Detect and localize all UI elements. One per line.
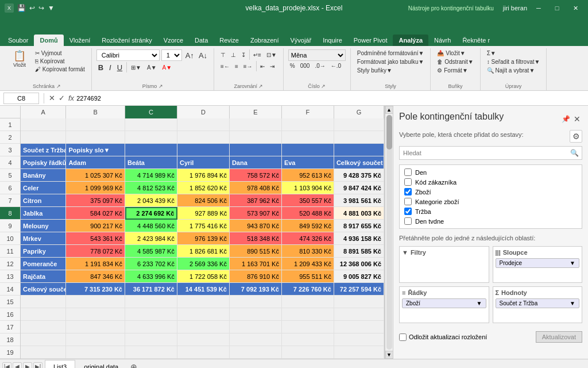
cell-g8[interactable]: 4 881 003 Kč [334, 207, 384, 220]
cell-d12[interactable]: 2 569 336 Kč [177, 258, 230, 270]
thousands-btn[interactable]: 000 [299, 62, 312, 70]
cell-f6[interactable]: 1 103 904 Kč [282, 182, 334, 194]
row-num-7[interactable]: 7 [0, 194, 20, 207]
cell-g12[interactable]: 12 368 006 Kč [334, 258, 384, 270]
row-num-1[interactable]: 1 [0, 118, 20, 131]
cell-g2[interactable] [334, 131, 384, 144]
vscroll-thumb[interactable] [386, 115, 392, 150]
sheet-scroll-prev-btn[interactable]: ◀ [13, 362, 22, 369]
fill-color-btn[interactable]: A▼ [145, 64, 158, 71]
font-size-select[interactable]: 11 [161, 49, 182, 61]
cell-b14[interactable]: 7 315 230 Kč [66, 283, 125, 296]
indent-decrease-btn[interactable]: ⇤ [258, 61, 266, 71]
number-format-select[interactable]: Měna [288, 49, 346, 61]
cell-c2[interactable] [125, 131, 177, 144]
cell-f7[interactable]: 350 557 Kč [282, 194, 334, 207]
cell-e12[interactable]: 1 163 701 Kč [230, 258, 282, 270]
cell-e4[interactable]: Dana [230, 156, 282, 169]
tab-inquire[interactable]: Inquire [317, 34, 348, 46]
pivot-pin-btn[interactable]: 📌 [560, 114, 571, 124]
cell-b4[interactable]: Adam [66, 156, 125, 169]
pivot-field-trzba[interactable]: Tržba [402, 206, 579, 216]
cell-c4[interactable]: Beáta [125, 156, 177, 169]
tab-revize[interactable]: Revize [214, 34, 245, 46]
quick-undo-btn[interactable]: ↩ [29, 4, 35, 12]
tab-navrh[interactable]: Návrh [428, 34, 457, 46]
cell-c7[interactable]: 2 043 439 Kč [125, 194, 177, 207]
cell-a6[interactable]: Celer [21, 182, 66, 194]
format-cells-btn[interactable]: ⚙ Formát▼ [435, 67, 469, 74]
pivot-field-den-tvdne[interactable]: Den tvdne [402, 216, 579, 226]
cell-f2[interactable] [282, 131, 334, 144]
pivot-field-zbozi-checkbox[interactable] [404, 188, 412, 195]
cell-b8[interactable]: 584 027 Kč [66, 207, 125, 220]
cell-a5[interactable]: Banány [21, 169, 66, 182]
col-header-f[interactable]: F [282, 106, 334, 118]
vscroll-track[interactable] [386, 115, 392, 350]
scroll-down-btn[interactable]: ▼ [385, 351, 393, 359]
col-header-e[interactable]: E [230, 106, 282, 118]
align-bottom-btn[interactable]: ↧ [239, 49, 247, 60]
cell-b1[interactable] [66, 118, 125, 131]
pivot-rows-zbozi[interactable]: Zboží ▼ [402, 298, 486, 308]
row-num-4[interactable]: 4 [0, 156, 20, 169]
cell-e9[interactable]: 943 870 Kč [230, 220, 282, 232]
cell-f1[interactable] [282, 118, 334, 131]
italic-btn[interactable]: I [107, 63, 113, 72]
quick-redo-btn[interactable]: ↪ [38, 4, 44, 12]
cell-c10[interactable]: 2 423 984 Kč [125, 232, 177, 245]
cell-f10[interactable]: 474 326 Kč [282, 232, 334, 245]
pivot-columns-prodejce[interactable]: Prodejce ▼ [496, 258, 580, 268]
cell-c6[interactable]: 4 812 523 Kč [125, 182, 177, 194]
row-num-10[interactable]: 10 [0, 232, 20, 245]
row-num-5[interactable]: 5 [0, 169, 20, 182]
tab-zobrazeni[interactable]: Zobrazení [245, 34, 285, 46]
cell-b5[interactable]: 1 025 307 Kč [66, 169, 125, 182]
scroll-up-btn[interactable]: ▲ [385, 106, 393, 114]
sheet-scroll-first-btn[interactable]: |◀ [2, 362, 11, 369]
indent-increase-btn[interactable]: ⇥ [268, 61, 276, 71]
pivot-field-trzba-checkbox[interactable] [404, 208, 412, 215]
cell-g3[interactable] [334, 144, 384, 156]
minimize-btn[interactable]: ─ [531, 2, 547, 14]
cell-g6[interactable]: 9 847 424 Kč [334, 182, 384, 194]
pivot-update-btn[interactable]: Aktualizovat [536, 331, 582, 343]
tab-vyvojar[interactable]: Vývojář [284, 34, 317, 46]
col-header-b[interactable]: B [66, 106, 125, 118]
autosum-btn[interactable]: Σ▼ [485, 49, 498, 57]
cell-f5[interactable]: 952 613 Kč [282, 169, 334, 182]
pivot-field-kategorie-checkbox[interactable] [404, 198, 412, 205]
tab-analyza[interactable]: Analýza [393, 34, 428, 46]
merge-btn[interactable]: ⊡▼ [265, 49, 278, 60]
cell-g9[interactable]: 8 917 655 Kč [334, 220, 384, 232]
cell-d4[interactable]: Cyril [177, 156, 230, 169]
cell-c11[interactable]: 4 585 987 Kč [125, 245, 177, 258]
increase-decimal-btn[interactable]: .0→ [313, 62, 327, 70]
tab-domu[interactable]: Domů [34, 34, 63, 46]
sheet-scroll-last-btn[interactable]: ▶| [33, 362, 42, 369]
pivot-field-den[interactable]: Den [402, 167, 579, 177]
cell-e1[interactable] [230, 118, 282, 131]
cell-d9[interactable]: 1 775 416 Kč [177, 220, 230, 232]
insert-function-icon[interactable]: fx [68, 94, 74, 102]
cell-d7[interactable]: 824 506 Kč [177, 194, 230, 207]
decrease-font-btn[interactable]: A↓ [197, 51, 209, 60]
cell-c8[interactable]: 2 274 692 Kč [125, 207, 178, 220]
row-num-9[interactable]: 9 [0, 220, 20, 232]
cell-g11[interactable]: 8 891 585 Kč [334, 245, 384, 258]
cell-a1[interactable] [21, 118, 66, 131]
cell-a9[interactable]: Melouny [21, 220, 66, 232]
wrap-text-btn[interactable]: ↵≡ [252, 49, 263, 60]
cell-g4[interactable]: Celkový součet [334, 156, 384, 169]
cell-reference-box[interactable]: C8 [3, 93, 39, 104]
row-num-15[interactable]: 15 [0, 296, 20, 308]
row-num-13[interactable]: 13 [0, 270, 20, 283]
cancel-formula-icon[interactable]: ✕ [49, 94, 55, 102]
cell-a11[interactable]: Papriky [21, 245, 66, 258]
cell-b9[interactable]: 900 217 Kč [66, 220, 125, 232]
cell-e14[interactable]: 7 092 193 Kč [230, 283, 282, 296]
pivot-field-den-checkbox[interactable] [404, 168, 412, 176]
row-num-16[interactable]: 16 [0, 308, 20, 321]
row-num-6[interactable]: 6 [0, 182, 20, 194]
col-header-d[interactable]: D [177, 106, 230, 118]
